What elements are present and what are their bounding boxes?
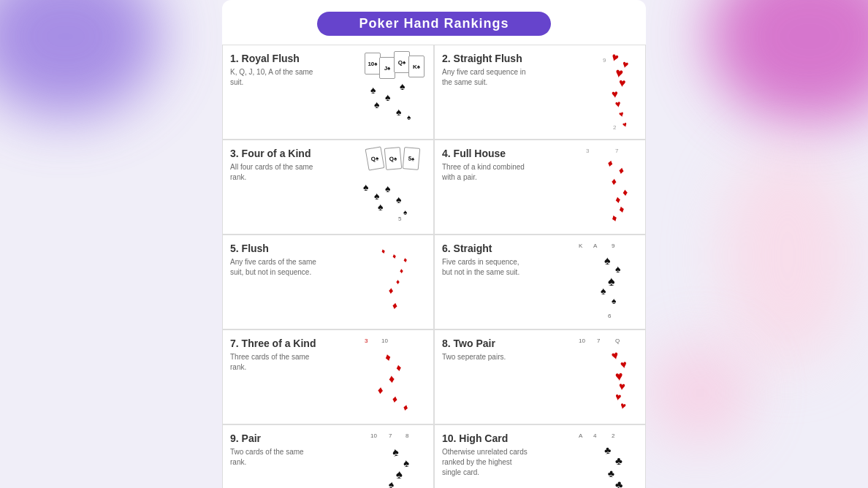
card-10: 10♠ (365, 53, 381, 75)
hand-5-visual: ♦ ♦ ♦ ♦ ♦ ♦ ♦ (363, 241, 429, 321)
hand-9-desc: Two cards of the same rank. (230, 447, 318, 468)
hand-9-visual: 10 7 8 ♠ ♠ ♠ ♠ ♠ (363, 431, 429, 488)
page-header: Poker Hand Rankings (317, 12, 551, 36)
main-container: Poker Hand Rankings 1. Royal Flush K, Q,… (222, 0, 646, 488)
bg-blob-midright (722, 146, 853, 365)
hand-flush: 5. Flush Any five cards of the same suit… (222, 235, 434, 329)
hand-8-visual: 10 7 Q ♥ ♥ ♥ ♥ ♥ ♥ (575, 336, 641, 416)
hand-2-desc: Any five card sequence in the same suit. (442, 67, 530, 88)
hand-four-kind: 3. Four of a Kind All four cards of the … (222, 140, 434, 235)
hand-three-kind: 7. Three of a Kind Three cards of the sa… (222, 329, 434, 424)
hand-7-visual: 3 10 ♦ ♦ ♦ ♦ ♦ ♦ (363, 336, 429, 416)
hand-6-desc: Five cards in sequence, but not in the s… (442, 257, 530, 278)
hand-royal-flush: 1. Royal Flush K, Q, J, 10, A of the sam… (222, 45, 434, 140)
hand-straight: 6. Straight Five cards in sequence, but … (434, 235, 646, 329)
hand-3-desc: All four cards of the same rank. (230, 162, 318, 183)
hand-7-desc: Three cards of the same rank. (230, 352, 318, 373)
spade-5: ♠ (396, 106, 401, 118)
spade-4: ♠ (374, 99, 379, 110)
hand-5-desc: Any five cards of the same suit, but not… (230, 257, 318, 278)
hand-two-pair: 8. Two Pair Two seperate pairs. 10 7 Q ♥… (434, 329, 646, 424)
hands-grid: 1. Royal Flush K, Q, J, 10, A of the sam… (222, 45, 646, 488)
bg-blob-topleft (0, 0, 161, 117)
hand-1-visual: 10♠ J♠ Q♠ K♠ ♠ ♠ ♠ ♠ ♠ ♠ (363, 51, 429, 131)
hand-3-visual: Q♠ Q♠ 5♠ ♠ ♠ ♠ ♠ ♠ ♠ 5 (363, 146, 429, 226)
page-title: Poker Hand Rankings (359, 16, 509, 31)
foak-card-1: Q♠ (365, 146, 385, 170)
hand-4-visual: 3 7 ♦ ♦ ♦ ♦ ♦ ♦ ♦ (575, 146, 641, 226)
hand-2-visual: ♥ ♥ ♥ ♥ ♥ ♥ ♥ ♥ 9 2 (575, 51, 641, 131)
card-Q: Q♠ (394, 51, 410, 73)
card-J: J♠ (379, 57, 395, 79)
hand-6-visual: K A 9 ♠ ♠ ♠ ♠ ♠ 6 (575, 241, 641, 321)
bg-blob-topright (707, 0, 868, 124)
spade-6: ♠ (407, 113, 411, 121)
hand-straight-flush: 2. Straight Flush Any five card sequence… (434, 45, 646, 140)
spade-3: ♠ (400, 80, 405, 92)
hand-pair: 9. Pair Two cards of the same rank. 10 7… (222, 424, 434, 488)
spade-1: ♠ (370, 84, 376, 96)
card-K: K♠ (408, 56, 425, 77)
spade-2: ♠ (385, 91, 390, 103)
foak-card-2: Q♠ (384, 147, 403, 170)
hand-high-card: 10. High Card Otherwise unrelated cards … (434, 424, 646, 488)
hand-10-visual: A 4 2 ♣ ♣ ♣ ♣ ♣ (575, 431, 641, 488)
hand-10-desc: Otherwise unrelated cards ranked by the … (442, 447, 530, 478)
foak-card-3: 5♠ (403, 147, 421, 170)
hand-8-desc: Two seperate pairs. (442, 352, 530, 362)
hand-1-desc: K, Q, J, 10, A of the same suit. (230, 67, 318, 88)
bg-blob-bottomright (649, 342, 751, 444)
hand-4-desc: Three of a kind combined with a pair. (442, 162, 530, 183)
hand-full-house: 4. Full House Three of a kind combined w… (434, 140, 646, 235)
